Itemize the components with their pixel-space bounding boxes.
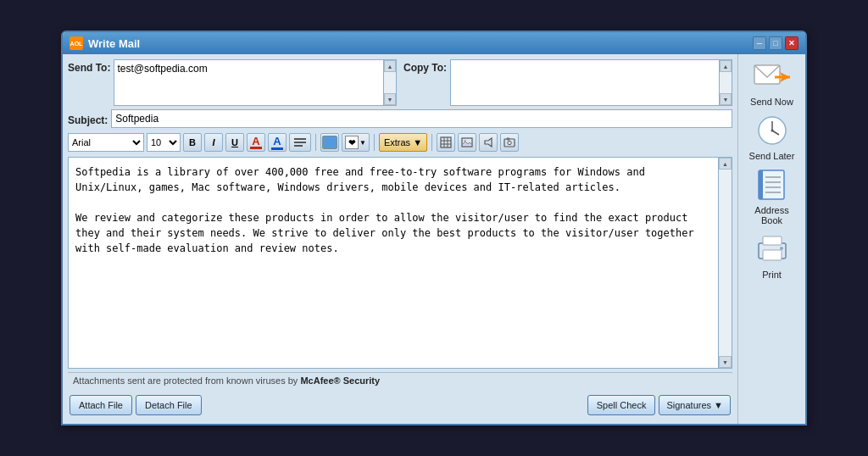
- dropdown-arrow: ▼: [359, 139, 366, 147]
- signatures-label: Signatures ▼: [666, 400, 723, 410]
- signatures-button[interactable]: Signatures ▼: [659, 395, 731, 415]
- scroll-up-arrow[interactable]: ▲: [384, 60, 396, 72]
- font-select[interactable]: Arial: [68, 133, 144, 152]
- bottom-buttons-row: Attach File Detach File Spell Check Sign…: [68, 392, 732, 419]
- font-color-button[interactable]: A: [247, 133, 265, 152]
- font-size-select[interactable]: 10: [147, 133, 181, 152]
- address-book-icon-box: [752, 168, 793, 202]
- close-button[interactable]: ✕: [785, 36, 798, 50]
- sound-icon: [482, 136, 494, 148]
- svg-marker-7: [485, 138, 492, 147]
- recipients-row: Send To: ▲ ▼ Copy To: [68, 59, 732, 106]
- copy-scroll-down[interactable]: ▼: [720, 93, 732, 105]
- copy-to-group: Copy To: ▲ ▼: [403, 59, 732, 106]
- minimize-button[interactable]: ─: [753, 36, 766, 50]
- send-to-input-area: ▲ ▼: [114, 59, 397, 106]
- status-text: Attachments sent are protected from know…: [73, 375, 300, 386]
- attach-file-button[interactable]: Attach File: [70, 395, 132, 415]
- editor-scroll-down[interactable]: ▼: [719, 356, 732, 368]
- svg-rect-5: [462, 138, 472, 147]
- title-controls: ─ □ ✕: [753, 36, 798, 50]
- app-icon: AOL: [70, 36, 83, 50]
- copy-scroll-up[interactable]: ▲: [720, 60, 732, 72]
- print-icon-box: [752, 232, 793, 266]
- copy-scroll-track: [720, 72, 732, 93]
- send-to-wrap: ▲ ▼: [114, 59, 397, 106]
- copy-to-input[interactable]: [450, 59, 719, 106]
- insert-sound-button[interactable]: [479, 133, 498, 152]
- send-now-label: Send Now: [750, 97, 793, 107]
- subject-input[interactable]: [111, 109, 732, 128]
- insert-photo-button[interactable]: [500, 133, 519, 152]
- font-color-icon: A: [250, 136, 262, 149]
- image-icon: [461, 136, 473, 148]
- address-book-label: Address Book: [745, 205, 799, 225]
- emoticon-button[interactable]: ❤ ▼: [342, 133, 370, 152]
- write-mail-window: AOL Write Mail ─ □ ✕ Send To:: [61, 31, 807, 425]
- highlight-button[interactable]: A: [268, 133, 287, 152]
- subject-label: Subject:: [68, 112, 111, 126]
- underline-button[interactable]: U: [225, 133, 244, 152]
- send-later-button[interactable]: Send Later: [745, 114, 799, 161]
- subject-row: Subject:: [68, 109, 732, 128]
- editor-scroll-track: [719, 170, 732, 356]
- color-swatch-button[interactable]: [320, 133, 339, 152]
- extras-button[interactable]: Extras ▼: [379, 133, 427, 152]
- print-label: Print: [762, 270, 782, 280]
- svg-rect-25: [763, 250, 782, 260]
- editor-scrollbar[interactable]: ▲ ▼: [718, 158, 732, 368]
- send-now-button[interactable]: Send Now: [745, 59, 799, 107]
- status-brand: McAfee® Security: [300, 375, 380, 386]
- detach-file-button[interactable]: Detach File: [136, 395, 202, 415]
- formatting-toolbar: Arial 10 B I U A A: [68, 131, 732, 153]
- title-bar-left: AOL Write Mail: [70, 36, 140, 50]
- send-now-icon-box: [752, 59, 793, 93]
- window-body: Send To: ▲ ▼ Copy To: [63, 54, 805, 424]
- editor-area: ▲ ▼: [68, 157, 732, 369]
- copy-to-input-area: ▲ ▼: [450, 59, 732, 106]
- extras-label: Extras ▼: [384, 137, 422, 147]
- scroll-track: [384, 72, 396, 93]
- toolbar-sep-1: [315, 134, 316, 151]
- send-to-label: Send To:: [68, 59, 114, 74]
- svg-point-27: [780, 247, 783, 250]
- camera-icon: [504, 136, 515, 148]
- editor-scroll-up[interactable]: ▲: [719, 158, 732, 170]
- copy-to-scrollbar[interactable]: ▲ ▼: [719, 59, 732, 106]
- maximize-button[interactable]: □: [769, 36, 782, 50]
- email-body-input[interactable]: [69, 158, 718, 368]
- action-sidebar: Send Now Send Later: [737, 54, 805, 424]
- align-button[interactable]: [289, 133, 311, 152]
- color-swatch-icon: [322, 136, 337, 149]
- main-content: Send To: ▲ ▼ Copy To: [63, 54, 737, 424]
- send-now-icon: [753, 60, 792, 92]
- toolbar-sep-3: [431, 134, 432, 151]
- bold-button[interactable]: B: [183, 133, 202, 152]
- svg-point-9: [508, 141, 511, 144]
- toolbar-sep-2: [374, 134, 375, 151]
- print-icon: [754, 233, 791, 265]
- address-book-button[interactable]: Address Book: [745, 168, 799, 225]
- heart-icon: ❤: [345, 136, 359, 149]
- send-to-group: Send To: ▲ ▼: [68, 59, 397, 106]
- svg-rect-0: [441, 137, 451, 147]
- bottom-left-buttons: Attach File Detach File: [70, 395, 202, 415]
- scroll-down-arrow[interactable]: ▼: [384, 93, 396, 105]
- status-bar: Attachments sent are protected from know…: [68, 372, 732, 388]
- copy-to-wrap: ▲ ▼: [450, 59, 732, 106]
- send-later-icon-box: [752, 114, 793, 147]
- send-later-icon: [753, 114, 792, 147]
- send-to-scrollbar[interactable]: ▲ ▼: [383, 59, 397, 106]
- insert-image-button[interactable]: [458, 133, 476, 152]
- bottom-right-buttons: Spell Check Signatures ▼: [587, 395, 731, 415]
- align-icon: [292, 136, 308, 148]
- table-icon: [440, 136, 452, 148]
- copy-to-label: Copy To:: [403, 59, 450, 74]
- insert-table-button[interactable]: [437, 133, 455, 152]
- svg-rect-19: [759, 170, 763, 199]
- italic-button[interactable]: I: [204, 133, 223, 152]
- title-bar: AOL Write Mail ─ □ ✕: [63, 32, 805, 54]
- print-button[interactable]: Print: [745, 232, 799, 280]
- spell-check-button[interactable]: Spell Check: [587, 395, 656, 415]
- send-to-input[interactable]: [114, 59, 383, 106]
